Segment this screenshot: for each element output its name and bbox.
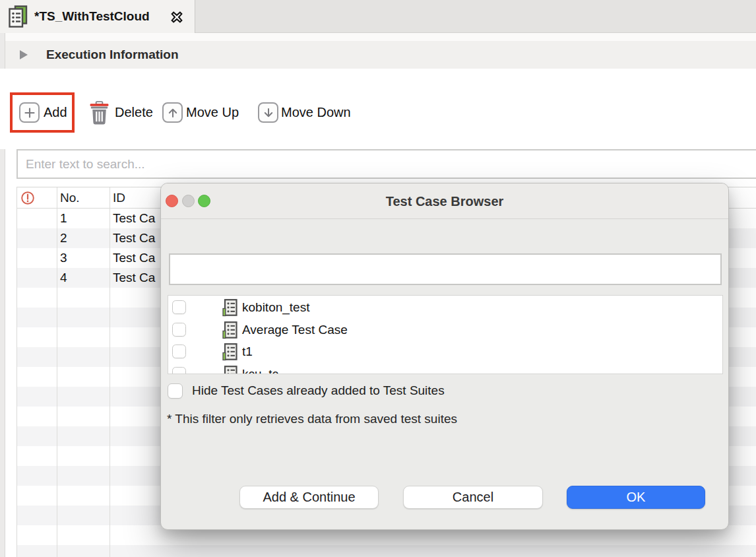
test-case-name: kcu_tc (242, 363, 278, 375)
tab-ts-withtestcloud[interactable]: *TS_WithTestCloud (0, 0, 195, 33)
move-up-button[interactable] (162, 102, 183, 123)
warning-icon[interactable] (20, 191, 35, 205)
list-item[interactable]: kcu_tc (168, 363, 723, 375)
cell-no: 2 (60, 228, 67, 248)
test-case-icon (222, 299, 237, 317)
collapsed-arrow-icon[interactable] (20, 50, 28, 59)
ok-button[interactable]: OK (567, 486, 705, 509)
delete-button-label[interactable]: Delete (115, 92, 153, 133)
checkbox[interactable] (172, 367, 186, 375)
dialog-title: Test Case Browser (161, 183, 728, 219)
filter-note: * This filter only retrieves data from s… (167, 409, 457, 430)
column-divider (110, 187, 110, 557)
spacer (5, 33, 756, 41)
zoom-window-button[interactable] (198, 195, 210, 207)
list-item[interactable]: t1 (168, 341, 723, 363)
cell-id: Test Ca (113, 248, 155, 268)
execution-information-label: Execution Information (46, 41, 179, 69)
tab-close-icon[interactable] (168, 9, 185, 25)
trash-icon (90, 101, 109, 128)
tab-title: *TS_WithTestCloud (34, 0, 150, 33)
checkbox[interactable] (172, 344, 186, 358)
test-case-icon (222, 321, 237, 339)
test-case-browser-dialog: Test Case Browser kobiton_test (160, 183, 729, 530)
cell-id: Test Ca (113, 228, 155, 248)
cell-id: Test Ca (113, 209, 155, 228)
dialog-filter-input[interactable] (169, 253, 722, 285)
add-and-continue-button[interactable]: Add & Continue (239, 486, 379, 509)
test-suite-icon (8, 5, 28, 28)
column-divider (57, 187, 57, 557)
test-case-name: Average Test Case (242, 319, 348, 341)
hide-added-label: Hide Test Cases already added to Test Su… (192, 378, 445, 403)
column-header-id[interactable]: ID (113, 187, 125, 209)
move-down-button-label[interactable]: Move Down (281, 92, 351, 133)
add-button-highlight (10, 92, 75, 133)
checkbox[interactable] (172, 300, 186, 314)
hide-added-checkbox[interactable] (168, 383, 183, 399)
delete-button[interactable] (90, 101, 109, 128)
test-case-name: t1 (242, 341, 253, 363)
cell-id: Test Ca (113, 268, 155, 288)
tab-bar: *TS_WithTestCloud (0, 0, 756, 33)
test-case-list: kobiton_test Average Test Case (168, 295, 723, 374)
execution-information-section[interactable]: Execution Information (5, 41, 756, 69)
cancel-button[interactable]: Cancel (403, 486, 543, 509)
list-item[interactable]: kobiton_test (168, 296, 723, 319)
test-case-icon (222, 343, 237, 361)
close-window-button[interactable] (166, 195, 178, 207)
search-field-wrap (16, 149, 756, 179)
test-case-toolbar: Add Delete Move Up (0, 69, 756, 149)
dialog-titlebar[interactable]: Test Case Browser (161, 183, 728, 219)
cell-no: 3 (60, 248, 67, 268)
arrow-up-icon (162, 102, 183, 123)
minimize-window-button[interactable] (182, 195, 195, 207)
move-up-button-label[interactable]: Move Up (186, 92, 239, 133)
list-item[interactable]: Average Test Case (168, 319, 723, 341)
cell-no: 1 (60, 209, 67, 228)
arrow-down-icon (258, 102, 278, 123)
test-case-icon (222, 366, 237, 375)
test-case-name: kobiton_test (242, 296, 309, 319)
column-header-no[interactable]: No. (60, 187, 80, 209)
move-down-button[interactable] (258, 102, 278, 123)
search-input[interactable] (16, 149, 756, 179)
test-suite-editor: *TS_WithTestCloud Execution Information … (0, 0, 756, 557)
cell-no: 4 (60, 268, 67, 288)
checkbox[interactable] (172, 323, 186, 337)
